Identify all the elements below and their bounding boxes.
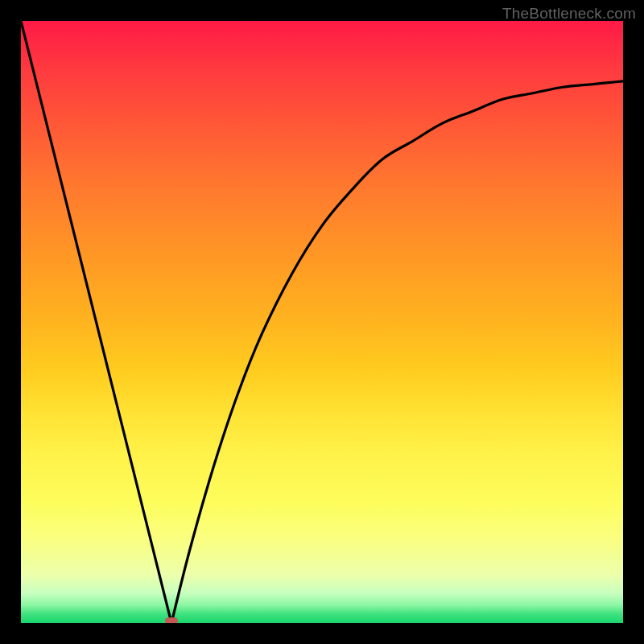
chart-frame: TheBottleneck.com [0,0,644,644]
curve-svg [21,21,623,623]
bottleneck-curve [21,21,623,623]
watermark-text: TheBottleneck.com [502,5,636,23]
plot-area [21,21,623,623]
minimum-marker [165,617,178,623]
